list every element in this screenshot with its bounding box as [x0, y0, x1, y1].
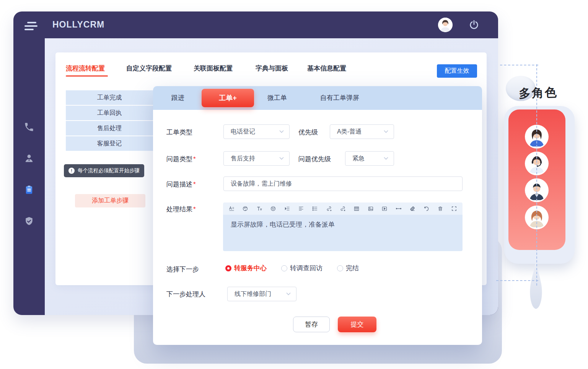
notice-text: 每个流程必须配置开始步骤: [78, 167, 140, 174]
horizontal-rule-icon[interactable]: [396, 206, 402, 212]
issue-priority-select[interactable]: 紧急: [345, 151, 394, 166]
workflow-step-list: 工单完成 工单回执 售后处理 客服登记: [66, 90, 153, 152]
emoji-icon[interactable]: [270, 206, 276, 212]
multi-role-annotation: 多角色: [518, 84, 558, 102]
notice-toast: ! 每个流程必须配置开始步骤: [64, 164, 144, 177]
order-type-value: 电话登记: [231, 128, 255, 136]
avatar-image: [438, 18, 453, 32]
apply-config-button[interactable]: 配置生效: [437, 64, 477, 78]
result-value: 显示屏故障，电话已受理，准备派单: [231, 221, 335, 228]
exclamation-icon: !: [68, 168, 75, 174]
tab-follow-up[interactable]: 跟进: [171, 93, 184, 102]
list-item-after-sales[interactable]: 售后处理: [66, 121, 153, 136]
priority-label: 优先级: [298, 128, 318, 137]
screenshot-canvas: HOLLYCRM: [0, 0, 588, 369]
order-type-label: 工单类型: [166, 128, 192, 137]
issue-priority-value: 紧急: [352, 155, 365, 163]
color-palette-icon[interactable]: [242, 206, 248, 212]
power-icon[interactable]: [469, 20, 479, 30]
radio-unselected-icon: [281, 265, 287, 271]
menu-icon[interactable]: [24, 22, 37, 32]
tab-own-order-popup[interactable]: 自有工单弹屏: [320, 93, 359, 102]
list-item-order-receipt[interactable]: 工单回执: [66, 106, 153, 120]
issue-desc-label: 问题描述*: [166, 180, 196, 189]
multi-role-panel: [504, 106, 575, 264]
tab-custom-fields-config[interactable]: 自定义字段配置: [126, 64, 172, 73]
eraser-icon[interactable]: [409, 206, 415, 212]
issue-desc-input[interactable]: 设备故障，需上门维修: [223, 176, 463, 191]
priority-value: A类-普通: [337, 128, 362, 136]
chevron-down-icon: [286, 292, 291, 296]
next-handler-label: 下一步处理人: [166, 290, 205, 299]
video-icon[interactable]: [381, 206, 388, 212]
chevron-down-icon: [384, 130, 388, 133]
app-header: HOLLYCRM: [13, 11, 498, 38]
dashed-line-horizontal-top: [500, 65, 538, 65]
radio-transfer-survey-callback[interactable]: 转调查回访: [281, 264, 323, 273]
indent-icon[interactable]: [284, 206, 290, 212]
user-avatar[interactable]: [438, 18, 453, 32]
clipboard-icon[interactable]: [24, 184, 34, 195]
tab-micro-work-order[interactable]: 微工单: [267, 93, 287, 102]
editor-content[interactable]: 显示屏故障，电话已受理，准备派单: [223, 215, 463, 251]
rich-text-editor: 显示屏故障，电话已受理，准备派单: [223, 202, 463, 251]
remove-link-icon[interactable]: [340, 206, 346, 212]
align-left-icon[interactable]: [298, 206, 304, 212]
table-icon[interactable]: [353, 206, 360, 212]
issue-desc-value: 设备故障，需上门维修: [231, 180, 292, 188]
shield-icon[interactable]: [24, 216, 34, 227]
delete-icon[interactable]: [437, 206, 443, 212]
add-step-button[interactable]: 添加工单步骤: [75, 194, 145, 207]
required-mark: *: [193, 155, 196, 163]
work-order-modal: 跟进 工单+ 微工单 自有工单弹屏 工单类型 电话登记 优先级 A类-普通 问题…: [153, 86, 482, 345]
fullscreen-icon[interactable]: [451, 206, 457, 212]
droplet-shape: [520, 251, 551, 323]
order-type-select[interactable]: 电话登记: [223, 124, 290, 139]
save-draft-button[interactable]: 暂存: [293, 317, 330, 332]
dashed-line-horizontal-bottom: [496, 280, 538, 281]
radio-finish[interactable]: 完结: [337, 264, 359, 273]
tab-basic-info-config[interactable]: 基本信息配置: [307, 64, 346, 73]
tab-process-flow-config[interactable]: 流程流转配置: [66, 64, 105, 73]
chevron-down-icon: [279, 157, 284, 160]
tab-linked-panel-config[interactable]: 关联面板配置: [194, 64, 233, 73]
list-item-order-complete[interactable]: 工单完成: [66, 90, 153, 105]
next-handler-select[interactable]: 线下维修部门: [227, 287, 296, 301]
submit-button[interactable]: 提交: [338, 317, 376, 332]
sidebar-nav: [13, 38, 45, 315]
radio-unselected-icon: [337, 265, 343, 271]
issue-priority-label: 问题优先级: [298, 155, 331, 163]
next-handler-value: 线下维修部门: [235, 290, 271, 298]
issue-type-select[interactable]: 售后支持: [223, 151, 290, 166]
user-icon[interactable]: [24, 153, 34, 164]
required-mark: *: [193, 206, 196, 213]
next-step-radio-group: 转服务中心 转调查回访 完结: [225, 264, 359, 273]
radio-transfer-service-center[interactable]: 转服务中心: [225, 264, 267, 273]
add-link-icon[interactable]: [326, 206, 332, 212]
tab-dictionary-panel[interactable]: 字典与面板: [256, 64, 288, 73]
radio-selected-icon: [225, 265, 231, 271]
list-item-service-register[interactable]: 客服登记: [66, 136, 153, 151]
priority-select[interactable]: A类-普通: [330, 124, 394, 139]
font-size-icon[interactable]: [256, 206, 262, 212]
active-tab-underline: [66, 75, 108, 77]
modal-tab-band: 跟进 工单+ 微工单 自有工单弹屏: [153, 86, 482, 110]
issue-type-label: 问题类型*: [166, 155, 196, 163]
next-step-label: 选择下一步: [166, 265, 199, 274]
text-format-icon[interactable]: [228, 206, 235, 212]
brand-logo: HOLLYCRM: [52, 20, 104, 30]
required-mark: *: [193, 181, 196, 188]
result-label: 处理结果*: [166, 205, 196, 214]
tab-work-order-active[interactable]: 工单+: [202, 89, 254, 107]
bullet-list-icon[interactable]: [312, 206, 318, 212]
phone-icon[interactable]: [24, 122, 34, 132]
issue-type-value: 售后支持: [231, 155, 255, 163]
image-icon[interactable]: [368, 206, 374, 212]
chevron-down-icon: [279, 130, 284, 133]
editor-toolbar: [223, 202, 463, 215]
chevron-down-icon: [384, 157, 388, 160]
undo-icon[interactable]: [423, 206, 429, 212]
